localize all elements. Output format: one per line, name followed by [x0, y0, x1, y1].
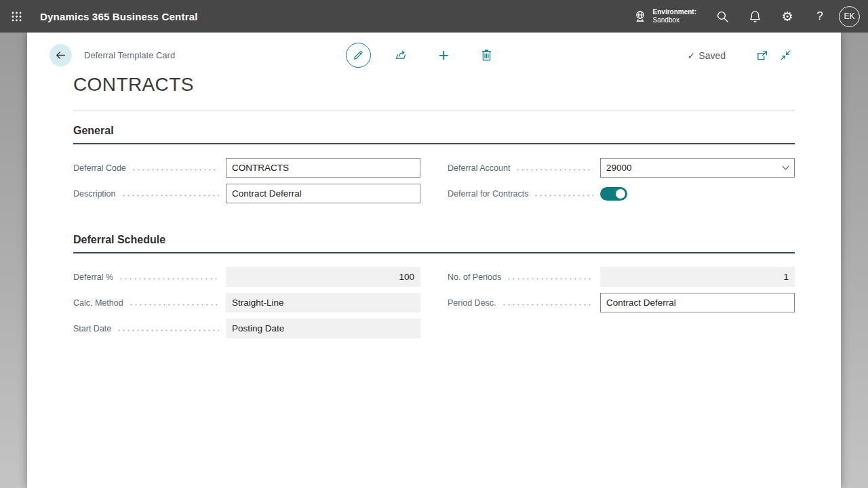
title-divider	[73, 110, 795, 110]
gear-icon: ⚙	[781, 10, 793, 23]
general-left-column: Deferral Code Description	[73, 158, 420, 203]
no-of-periods-value: 1	[600, 267, 795, 287]
app-launcher-waffle-icon[interactable]	[0, 0, 33, 33]
general-right-column: Deferral Account Deferral for Contracts	[448, 158, 795, 203]
dotted-leader	[129, 304, 219, 306]
toggle-container	[600, 184, 795, 203]
card-content: CONTRACTS General Deferral Code Descript…	[50, 74, 795, 338]
deferral-template-card: Deferral Template Card +	[27, 33, 841, 488]
new-button[interactable]: +	[431, 43, 456, 68]
card-header-left: Deferral Template Card	[50, 44, 346, 66]
trash-icon	[480, 49, 493, 62]
pencil-icon	[353, 49, 364, 61]
page-title: CONTRACTS	[73, 74, 795, 96]
top-navigation-bar: Dynamics 365 Business Central Environmen…	[0, 0, 868, 33]
schedule-right-column: No. of Periods 1 Period Desc.	[448, 267, 795, 338]
plus-icon: +	[438, 48, 448, 62]
help-button[interactable]: ?	[804, 0, 836, 33]
save-status: ✓ Saved	[688, 50, 726, 61]
deferral-account-dropdown	[600, 158, 795, 178]
edit-button[interactable]	[346, 43, 371, 68]
section-header-deferral-schedule[interactable]: Deferral Schedule	[73, 234, 795, 253]
chevron-down-icon[interactable]	[781, 163, 790, 172]
dotted-leader	[502, 304, 593, 306]
search-icon	[716, 10, 729, 23]
check-icon: ✓	[688, 50, 696, 61]
dotted-leader	[132, 169, 219, 171]
notifications-button[interactable]	[738, 0, 771, 33]
back-button[interactable]	[50, 44, 72, 66]
dotted-leader	[119, 278, 219, 280]
schedule-fields: Deferral % 100 Calc. Method Straight-Lin…	[73, 267, 795, 338]
app-title[interactable]: Dynamics 365 Business Central	[40, 11, 198, 22]
user-avatar[interactable]: EK	[839, 6, 860, 27]
environment-label: Environment:	[653, 8, 696, 16]
open-in-new-window-icon	[756, 49, 768, 62]
back-arrow-icon	[55, 49, 66, 61]
period-desc-input[interactable]	[600, 293, 795, 312]
field-label: Deferral for Contracts	[448, 189, 528, 199]
field-start-date: Start Date Posting Date	[73, 319, 420, 338]
deferral-account-input[interactable]	[600, 158, 795, 178]
field-label: Period Desc.	[448, 298, 496, 308]
calc-method-value: Straight-Line	[226, 293, 420, 312]
page-caption: Deferral Template Card	[84, 50, 175, 60]
card-header-right: ✓ Saved	[499, 46, 795, 65]
deferral-code-input[interactable]	[226, 158, 420, 178]
card-actions: +	[346, 43, 499, 68]
field-label: Deferral Code	[73, 163, 126, 173]
environment-text: Environment: Sandbox	[653, 8, 696, 24]
dotted-leader	[515, 169, 593, 171]
deferral-for-contracts-toggle[interactable]	[600, 187, 627, 201]
collapse-button[interactable]	[776, 46, 795, 65]
field-deferral-pct: Deferral % 100	[73, 267, 420, 287]
start-date-value: Posting Date	[226, 319, 420, 338]
avatar-initials: EK	[844, 12, 854, 21]
field-period-desc: Period Desc.	[448, 293, 795, 312]
share-button[interactable]	[389, 43, 414, 68]
field-label: Calc. Method	[73, 298, 123, 308]
section-header-general[interactable]: General	[73, 125, 795, 144]
bell-icon	[749, 10, 762, 23]
card-header: Deferral Template Card +	[50, 43, 795, 68]
dotted-leader	[534, 195, 593, 197]
field-description: Description	[73, 184, 420, 203]
environment-badge[interactable]: Environment: Sandbox	[633, 8, 696, 24]
search-button[interactable]	[706, 0, 738, 33]
description-input[interactable]	[226, 184, 420, 203]
field-label: Deferral Account	[448, 163, 510, 173]
help-icon: ?	[816, 9, 823, 23]
field-deferral-account: Deferral Account	[448, 158, 795, 178]
field-label: Deferral %	[73, 272, 113, 282]
field-deferral-code: Deferral Code	[73, 158, 420, 178]
settings-button[interactable]: ⚙	[771, 0, 804, 33]
collapse-icon	[780, 49, 791, 61]
field-deferral-for-contracts: Deferral for Contracts	[448, 184, 795, 203]
field-no-of-periods: No. of Periods 1	[448, 267, 795, 287]
toggle-knob	[616, 189, 625, 199]
dotted-leader	[117, 329, 219, 331]
field-label: Start Date	[73, 324, 111, 333]
general-fields: Deferral Code Description Deferral Accou…	[73, 158, 795, 203]
delete-button[interactable]	[474, 43, 499, 68]
deferral-pct-value: 100	[226, 267, 420, 287]
open-in-new-window-button[interactable]	[753, 46, 772, 65]
environment-name: Sandbox	[653, 16, 696, 24]
globe-environment-icon	[633, 9, 648, 24]
schedule-left-column: Deferral % 100 Calc. Method Straight-Lin…	[73, 267, 420, 338]
field-label: No. of Periods	[448, 272, 501, 282]
field-label: Description	[73, 189, 116, 199]
waffle-icon	[12, 12, 22, 22]
dotted-leader	[121, 195, 219, 197]
field-calc-method: Calc. Method Straight-Line	[73, 293, 420, 312]
share-icon	[394, 48, 408, 62]
dotted-leader	[507, 278, 593, 280]
saved-label: Saved	[698, 50, 726, 61]
